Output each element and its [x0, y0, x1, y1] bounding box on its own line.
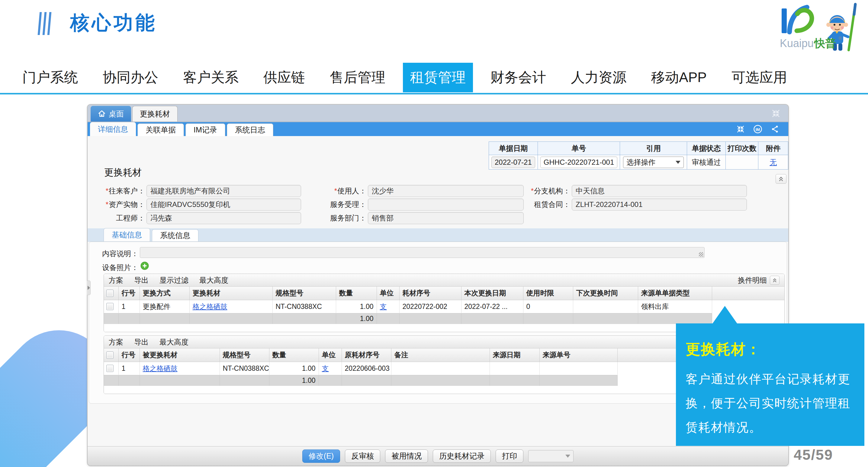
collapse-table1-button[interactable] — [770, 276, 779, 285]
print-button[interactable]: 打印 — [496, 449, 523, 463]
select-all-checkbox[interactable] — [106, 290, 114, 297]
toolbar-link-export[interactable]: 导出 — [134, 275, 149, 285]
tab-desktop[interactable]: 桌面 — [91, 106, 131, 122]
slide: 核心功能 Kuaipu 快普 ® — [0, 0, 868, 467]
tab-doc-label: 更换耗材 — [140, 109, 170, 119]
tab-im-records[interactable]: IM记录 — [185, 123, 225, 136]
title-decoration-bars — [39, 12, 51, 35]
col-source-doc-type: 来源单单据类型 — [638, 287, 712, 300]
toolbar-link-max-height[interactable]: 最大高度 — [199, 275, 228, 285]
im-icon: IM — [753, 125, 762, 134]
share-button[interactable] — [771, 125, 779, 133]
table-row[interactable]: 1 更换配件 格之格硒鼓 NT-CN0388XC 1.00 支 20220722… — [104, 300, 784, 313]
row-checkbox[interactable] — [106, 365, 114, 372]
col-unit: 单位 — [319, 348, 342, 362]
field-service-dept-input[interactable]: 销售部 — [368, 212, 524, 224]
toolbar-link-show-filter[interactable]: 显示过滤 — [159, 275, 188, 285]
doc-number-value[interactable]: GHHC-20220721-001 — [540, 157, 617, 168]
callout-body: 客户通过伙伴平台记录耗材更换，便于公司实时统计管理租赁耗材情况。 — [686, 367, 855, 439]
im-button[interactable]: IM — [753, 125, 762, 134]
tab-system-log-label: 系统日志 — [235, 125, 265, 135]
tab-related-docs[interactable]: 关联单据 — [137, 123, 184, 136]
row-checkbox[interactable] — [106, 303, 114, 310]
ref-operation-select-value: 选择操作 — [626, 158, 655, 167]
nav-item-mobile-app[interactable]: 移动APP — [644, 63, 714, 92]
tab-basic-info[interactable]: 基础信息 — [103, 228, 150, 241]
nav-item-rental-active[interactable]: 租赁管理 — [403, 63, 473, 92]
toolbar-link-max-height[interactable]: 最大高度 — [159, 337, 188, 347]
doc-status-value: 审核通过 — [692, 158, 721, 166]
reverse-audit-button[interactable]: 反审核 — [345, 449, 380, 463]
required-mark: * — [334, 187, 337, 195]
field-lease-contract: 租赁合同： ZLHT-20220714-001 — [522, 199, 747, 210]
slide-page-number: 45/59 — [794, 446, 833, 463]
select-all-checkbox[interactable] — [106, 352, 114, 359]
toolbar-link-plan[interactable]: 方案 — [109, 337, 123, 347]
tab-detail-info[interactable]: 详细信息 — [90, 122, 136, 136]
more-actions-select[interactable] — [528, 450, 574, 462]
ref-operation-select[interactable]: 选择操作 — [623, 157, 684, 168]
panel-toggle-arrow-icon — [88, 286, 90, 290]
logo-brand-cn: 快普 — [814, 37, 836, 49]
compress-icon — [736, 125, 745, 133]
plus-circle-icon — [141, 262, 149, 270]
table1-toolbar: 方案 导出 显示过滤 最大高度 换件明细 — [104, 274, 784, 287]
tab-system-log[interactable]: 系统日志 — [227, 123, 273, 136]
field-branch-input[interactable]: 中天信息 — [572, 185, 747, 197]
nav-item-oa[interactable]: 协同办公 — [95, 63, 165, 92]
col-source-no: 来源单号 — [539, 348, 617, 362]
resize-handle-icon[interactable] — [699, 252, 704, 257]
attachment-link[interactable]: 无 — [770, 158, 777, 166]
side-panel-toggle[interactable] — [87, 280, 91, 295]
doc-date-value[interactable]: 2022-07-21 — [491, 157, 535, 168]
tab-system-info-label: 系统信息 — [160, 231, 190, 240]
field-asset-input[interactable]: 佳能IRADVC5550复印机 — [147, 199, 301, 210]
field-service-accept-input[interactable] — [368, 199, 524, 210]
nav-item-crm[interactable]: 客户关系 — [176, 63, 246, 92]
nav-item-portal[interactable]: 门户系统 — [15, 63, 85, 92]
toolbar-link-export[interactable]: 导出 — [134, 337, 149, 347]
modify-button[interactable]: 修改(E) — [302, 449, 340, 463]
field-user-input[interactable]: 沈少华 — [368, 185, 524, 197]
nav-item-scm[interactable]: 供应链 — [256, 63, 312, 92]
window-collapse-button[interactable] — [771, 109, 780, 119]
collapse-header-button[interactable] — [776, 174, 786, 184]
field-engineer-label: 工程师： — [116, 214, 145, 222]
unit-link[interactable]: 支 — [322, 364, 329, 372]
qty-total: 1.00 — [336, 313, 377, 324]
field-customer-input[interactable]: 福建兆联房地产有限公司 — [147, 185, 301, 197]
field-user: *使用人： 沈少华 — [318, 185, 524, 197]
toolbar-link-plan[interactable]: 方案 — [109, 275, 123, 285]
document-title: 更换耗材 — [104, 166, 142, 179]
material-link[interactable]: 格之格硒鼓 — [143, 364, 178, 372]
usage-status-button[interactable]: 被用情况 — [385, 449, 428, 463]
field-customer: *往来客户： 福建兆联房地产有限公司 — [99, 185, 301, 197]
table1-title: 换件明细 — [738, 275, 767, 285]
content-desc-textarea[interactable] — [140, 247, 705, 258]
device-photo-label: 设备照片： — [93, 263, 138, 272]
col-note: 备注 — [391, 348, 490, 362]
required-mark: * — [531, 187, 534, 195]
field-lease-contract-input[interactable]: ZLHT-20220714-001 — [572, 199, 747, 210]
history-records-button[interactable]: 历史耗材记录 — [433, 449, 491, 463]
field-engineer-input[interactable]: 冯先森 — [147, 212, 301, 224]
add-photo-button[interactable] — [141, 262, 149, 271]
compress-view-button[interactable] — [736, 125, 745, 133]
tab-replace-consumables[interactable]: 更换耗材 — [132, 106, 178, 122]
chevron-down-icon — [565, 455, 570, 458]
im-icon-label: IM — [756, 127, 760, 132]
window-tab-bar: 桌面 更换耗材 — [88, 105, 788, 122]
kuaipu-logo-graphic: Kuaipu 快普 ® — [779, 2, 864, 56]
field-customer-label: 往来客户： — [109, 187, 145, 195]
logo-brand-text: Kuaipu — [780, 37, 814, 49]
nav-item-hr[interactable]: 人力资源 — [564, 63, 633, 92]
nav-item-optional[interactable]: 可选应用 — [724, 63, 794, 92]
field-asset: *资产实物： 佳能IRADVC5550复印机 — [99, 199, 301, 210]
logo-reg-mark: ® — [838, 36, 842, 41]
unit-link[interactable]: 支 — [380, 303, 387, 310]
tab-system-info[interactable]: 系统信息 — [152, 229, 198, 241]
nav-item-finance[interactable]: 财务会计 — [483, 63, 553, 92]
material-link[interactable]: 格之格硒鼓 — [193, 303, 227, 310]
doc-print-count-header: 打印次数 — [726, 142, 758, 155]
nav-item-aftersales[interactable]: 售后管理 — [322, 63, 393, 92]
